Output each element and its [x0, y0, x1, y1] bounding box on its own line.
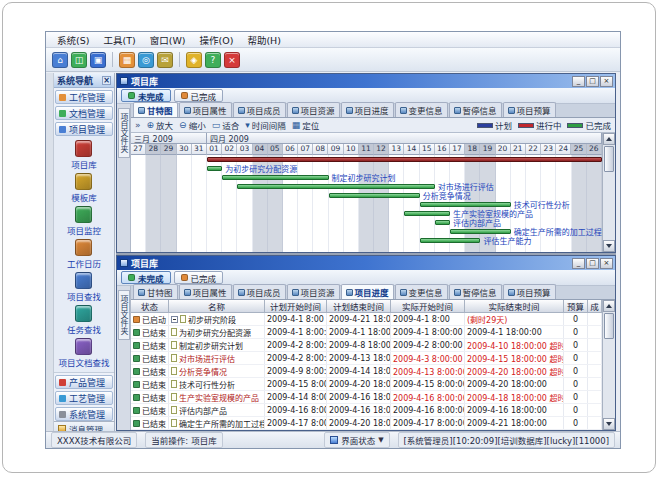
overflow-chevron-icon[interactable]: » [135, 120, 141, 130]
scrollbar-track[interactable] [603, 312, 615, 418]
project-folder-tab[interactable]: 项目文件夹 [118, 290, 130, 340]
column-header[interactable]: 成 [588, 300, 602, 313]
scroll-up-button[interactable] [603, 133, 615, 145]
table-window-titlebar[interactable]: 项目库 _□× [117, 256, 615, 270]
explorer-icon[interactable]: ◫ [71, 52, 87, 68]
table-row[interactable]: 已结束确定生产所需的加工过程2009-4-17 8:00:002009-4-20… [131, 417, 602, 430]
vertical-scrollbar[interactable] [602, 300, 615, 430]
scroll-up-button[interactable] [603, 300, 615, 312]
gantt-bar[interactable] [420, 202, 511, 207]
sidebar-section-header[interactable]: 文档管理 [55, 106, 113, 120]
sidebar-section-header[interactable]: 工艺管理 [55, 391, 113, 405]
tab[interactable]: 项目进度 [341, 284, 394, 299]
tab[interactable]: 甘特图 [133, 284, 178, 299]
gantt-tool-button[interactable]: ▾时间间隔 [245, 119, 286, 131]
maximize-button[interactable]: □ [586, 258, 599, 269]
sidebar-section-header[interactable]: 产品管理 [55, 375, 113, 389]
gantt-bar[interactable] [207, 166, 222, 171]
table-row[interactable]: 已结束对市场进行评估2009-4-2 8:00:002009-4-13 18:0… [131, 352, 602, 365]
column-header[interactable]: 实际开始时间 [391, 300, 465, 313]
column-header[interactable]: 名称 [169, 300, 265, 313]
scrollbar-thumb[interactable] [604, 146, 614, 172]
tab[interactable]: 项目属性 [179, 284, 232, 299]
gantt-window-titlebar[interactable]: 项目库 _□× [117, 74, 615, 88]
vertical-scrollbar[interactable] [602, 133, 615, 252]
maximize-button[interactable]: □ [586, 76, 599, 87]
sidebar-section-header[interactable]: 项目管理 [55, 122, 113, 136]
collapse-icon[interactable] [171, 316, 178, 323]
scrollbar-thumb[interactable] [604, 313, 614, 339]
project-folder-tab[interactable]: 项目文件夹 [118, 108, 130, 158]
column-header[interactable]: 预算 [564, 300, 588, 313]
tab[interactable]: 项目资源 [287, 102, 340, 117]
table-row[interactable]: 已结束评估内部产品2009-4-16 8:00:002009-4-16 18:0… [131, 404, 602, 417]
tab[interactable]: 项目成员 [233, 102, 286, 117]
table-row[interactable]: 已结束制定初步研究计划2009-4-2 8:00:002009-4-8 18:0… [131, 339, 602, 352]
menu-item[interactable]: 操作(O) [192, 32, 240, 48]
tab[interactable]: 变更信息 [395, 284, 448, 299]
sidebar-item[interactable]: 项目监控 [67, 206, 101, 236]
tab[interactable]: 项目预算 [503, 284, 556, 299]
tab[interactable]: 甘特图 [133, 102, 178, 117]
mail-icon[interactable]: ✉ [157, 52, 173, 68]
scrollbar-track[interactable] [603, 145, 615, 240]
gantt-bar[interactable] [207, 157, 602, 162]
gantt-bar[interactable] [222, 175, 328, 180]
tab[interactable]: 变更信息 [395, 102, 448, 117]
scroll-down-button[interactable] [603, 418, 615, 430]
column-header[interactable]: 计划开始时间 [265, 300, 327, 313]
gantt-tool-button[interactable]: ⊖缩小 [179, 119, 206, 131]
column-header[interactable]: 状态 [131, 300, 169, 313]
gantt-bar[interactable] [450, 229, 511, 234]
lock-icon[interactable]: ◈ [186, 52, 202, 68]
search-icon[interactable]: ◎ [138, 52, 154, 68]
gantt-bar[interactable] [435, 220, 450, 225]
minimize-button[interactable]: _ [572, 76, 585, 87]
ui-state-selector[interactable]: 界面状态 ▼ [324, 432, 389, 448]
menu-item[interactable]: 窗口(W) [143, 32, 193, 48]
menu-item[interactable]: 工具(T) [96, 32, 142, 48]
tab[interactable]: 项目成员 [233, 284, 286, 299]
sidebar-tab-messages[interactable]: 消息管理 [54, 421, 114, 431]
tab[interactable]: 项目进度 [341, 102, 394, 117]
gantt-bar[interactable] [420, 238, 481, 243]
column-header[interactable]: 计划结束时间 [327, 300, 391, 313]
tab[interactable]: 项目预算 [503, 102, 556, 117]
scroll-down-button[interactable] [603, 240, 615, 252]
tab[interactable]: 暂停信息 [449, 284, 502, 299]
sidebar-section-header[interactable]: 系统管理 [55, 407, 113, 421]
table-row[interactable]: 已启动初步研究阶段2009-4-1 8:002009-4-21 18:00200… [131, 313, 602, 326]
filter-tab[interactable]: 已完成 [174, 271, 224, 284]
gantt-bar[interactable] [237, 184, 435, 189]
filter-tab[interactable]: 未完成 [121, 89, 171, 102]
filter-tab[interactable]: 已完成 [174, 89, 224, 102]
tab[interactable]: 项目属性 [179, 102, 232, 117]
gantt-bar[interactable] [329, 193, 420, 198]
gantt-tool-button[interactable]: ⊕放大 [147, 119, 174, 131]
sidebar-item[interactable]: 模板库 [71, 173, 97, 203]
filter-tab[interactable]: 未完成 [121, 271, 171, 284]
table-row[interactable]: 已结束分析竞争情况2009-4-9 8:00:002009-4-14 18:00… [131, 365, 602, 378]
sidebar-item[interactable]: 任务查找 [67, 305, 101, 335]
sidebar-section-header[interactable]: 工作管理 [55, 90, 113, 104]
save-icon[interactable]: ▣ [90, 52, 106, 68]
minimize-button[interactable]: _ [572, 258, 585, 269]
gantt-tool-button[interactable]: ▦定位 [292, 119, 320, 131]
column-header[interactable]: 实际结束时间 [465, 300, 564, 313]
table-row[interactable]: 已结束生产实验室规模的产品2009-4-14 8:00:002009-4-16 … [131, 391, 602, 404]
close-button[interactable]: × [600, 76, 613, 87]
tab[interactable]: 项目资源 [287, 284, 340, 299]
gantt-bar[interactable] [404, 211, 450, 216]
close-button[interactable]: × [600, 258, 613, 269]
menu-item[interactable]: 系统(S) [50, 32, 96, 48]
sidebar-item[interactable]: 工作日历 [67, 239, 101, 269]
sidebar-item[interactable]: 项目文档查找 [58, 338, 109, 368]
close-icon[interactable]: × [102, 76, 111, 85]
sidebar-item[interactable]: 项目库 [71, 140, 97, 170]
menu-item[interactable]: 帮助(H) [240, 32, 288, 48]
gantt-tool-button[interactable]: ▭适合 [212, 119, 240, 131]
tab[interactable]: 暂停信息 [449, 102, 502, 117]
calendar-icon[interactable]: ▦ [119, 52, 135, 68]
sidebar-item[interactable]: 项目查找 [67, 272, 101, 302]
help-icon[interactable]: ? [205, 52, 221, 68]
